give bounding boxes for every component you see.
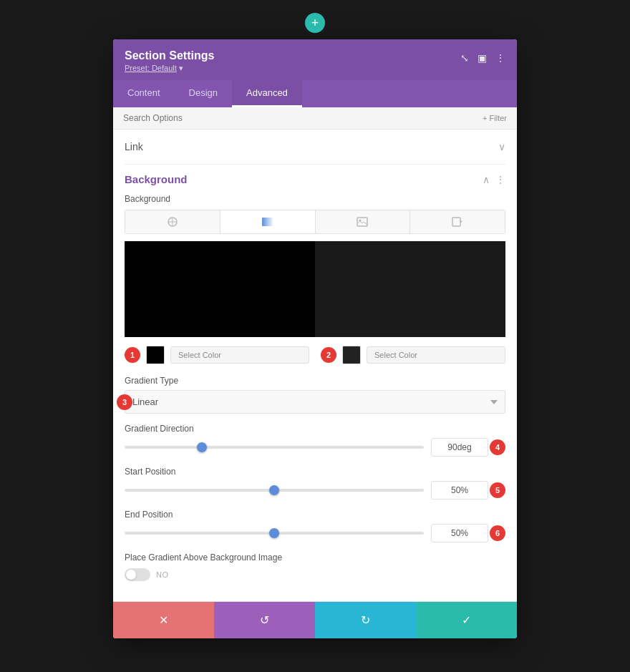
stop-1-badge: 1 (125, 347, 140, 363)
toggle-knob (126, 570, 136, 580)
background-section-controls: ∧ ⋮ (483, 174, 505, 185)
start-position-slider[interactable] (125, 489, 424, 492)
svg-rect-4 (452, 218, 460, 226)
toggle-track[interactable] (125, 568, 150, 581)
add-button[interactable]: + (305, 13, 325, 33)
footer-buttons: ✕ ↺ ↻ ✓ (113, 601, 517, 638)
search-bar: + Filter (113, 107, 517, 130)
search-input[interactable] (123, 113, 483, 123)
gradient-right (315, 241, 505, 337)
end-position-slider-row: 50% 6 (125, 524, 505, 542)
bg-type-gradient[interactable] (220, 210, 316, 233)
gradient-direction-row: Gradient Direction 90deg 4 (125, 424, 505, 457)
section-settings-panel: Section Settings Preset: Default ▾ ⤡ ▣ ⋮… (113, 39, 517, 638)
panel-title-group: Section Settings Preset: Default ▾ (125, 49, 214, 73)
background-section: Background ∧ ⋮ Background (125, 165, 505, 590)
panel-title: Section Settings (125, 49, 214, 62)
background-section-title: Background (125, 173, 188, 185)
color-stop-1: 1 Select Color (125, 346, 309, 364)
reset-button[interactable]: ↺ (214, 602, 315, 638)
end-position-value: 50% 6 (431, 524, 505, 542)
svg-rect-1 (262, 218, 273, 226)
end-position-row: End Position 50% 6 (125, 510, 505, 542)
gradient-direction-input[interactable]: 90deg (431, 438, 488, 457)
panel-preset[interactable]: Preset: Default ▾ (125, 64, 214, 73)
start-position-input[interactable]: 50% (431, 481, 488, 500)
stop-2-select-label[interactable]: Select Color (367, 346, 505, 364)
collapse-icon[interactable]: ∧ (483, 174, 490, 185)
redo-button[interactable]: ↻ (315, 602, 416, 638)
tab-design[interactable]: Design (175, 80, 232, 107)
start-position-row: Start Position 50% 5 (125, 467, 505, 500)
tab-advanced[interactable]: Advanced (232, 80, 302, 107)
toggle-label: Place Gradient Above Background Image (125, 552, 505, 563)
gradient-type-label: Gradient Type (125, 376, 505, 386)
link-label: Link (125, 141, 143, 152)
section-content: Link ∨ Background ∧ ⋮ Background (113, 130, 517, 590)
gradient-direction-value: 90deg 4 (431, 438, 505, 457)
gradient-preview (125, 241, 505, 337)
tab-content[interactable]: Content (113, 80, 175, 107)
bg-type-color[interactable] (125, 210, 220, 233)
stop-1-select-label[interactable]: Select Color (170, 346, 309, 364)
filter-button[interactable]: + Filter (483, 114, 507, 122)
color-stops: 1 Select Color 2 Select Color (125, 346, 505, 364)
color-stop-2: 2 Select Color (321, 346, 505, 364)
gradient-direction-label: Gradient Direction (125, 424, 505, 434)
gradient-direction-badge: 4 (490, 439, 505, 455)
cancel-button[interactable]: ✕ (113, 602, 214, 638)
bg-type-image[interactable] (316, 210, 411, 233)
maximize-icon[interactable]: ⤡ (460, 52, 469, 64)
more-icon[interactable]: ⋮ (495, 52, 505, 64)
background-section-header: Background ∧ ⋮ (125, 173, 505, 185)
gradient-left (125, 241, 315, 337)
gradient-type-select[interactable]: Linear Radial (125, 390, 505, 414)
section-more-icon[interactable]: ⋮ (495, 174, 505, 185)
stop-2-badge: 2 (321, 347, 336, 363)
toggle-switch[interactable]: NO (125, 568, 505, 581)
link-accordion[interactable]: Link ∨ (125, 130, 505, 165)
end-position-slider[interactable] (125, 532, 424, 535)
save-button[interactable]: ✓ (416, 602, 517, 638)
bg-type-video[interactable] (410, 210, 505, 233)
toggle-row: Place Gradient Above Background Image NO (125, 552, 505, 581)
start-position-value: 50% 5 (431, 481, 505, 500)
split-icon[interactable]: ▣ (478, 52, 487, 64)
start-position-slider-row: 50% 5 (125, 481, 505, 500)
gradient-type-badge: 3 (117, 394, 132, 410)
background-type-tabs (125, 210, 505, 234)
panel-header-icons: ⤡ ▣ ⋮ (460, 52, 505, 64)
gradient-direction-slider-row: 90deg 4 (125, 438, 505, 457)
panel-header: Section Settings Preset: Default ▾ ⤡ ▣ ⋮ (113, 39, 517, 80)
stop-1-color-swatch[interactable] (146, 346, 165, 364)
end-position-label: End Position (125, 510, 505, 520)
tabs: Content Design Advanced (113, 80, 517, 107)
stop-2-color-swatch[interactable] (342, 346, 361, 364)
gradient-type-row: Gradient Type 3 Linear Radial (125, 376, 505, 414)
end-position-badge: 6 (490, 525, 505, 541)
toggle-state-label: NO (156, 570, 169, 579)
start-position-label: Start Position (125, 467, 505, 477)
end-position-input[interactable]: 50% (431, 524, 488, 542)
background-label: Background (125, 194, 505, 204)
start-position-badge: 5 (490, 482, 505, 498)
link-chevron-icon: ∨ (498, 141, 505, 152)
gradient-direction-slider[interactable] (125, 446, 424, 449)
